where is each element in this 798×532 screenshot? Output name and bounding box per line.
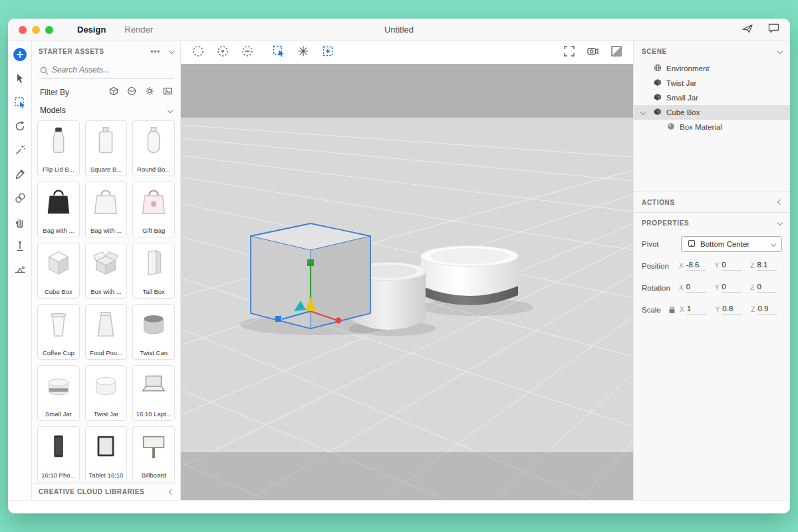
position-label: Position [642, 262, 678, 270]
asset-bag-dark[interactable]: Bag with ... [37, 182, 80, 237]
scene-item-cube-box[interactable]: Cube Box [634, 105, 790, 120]
gizmo-y-handle[interactable] [307, 259, 314, 266]
asset-bag-white[interactable]: Bag with ... [85, 182, 128, 237]
scale-row: Scale X Y Z [634, 299, 790, 321]
asset-twist-can[interactable]: Twist Can [132, 304, 175, 360]
canvas-area [181, 41, 633, 500]
minimize-window-button[interactable] [32, 26, 40, 34]
assets-more-menu-icon[interactable]: ••• [150, 47, 160, 55]
pan-tool-icon[interactable] [13, 215, 27, 229]
filter-row: Filter By [32, 82, 180, 101]
twist-jar-object[interactable] [421, 246, 518, 306]
tab-design[interactable]: Design [77, 25, 106, 35]
position-row: Position X Y Z [634, 255, 790, 277]
scale-label: Scale [642, 306, 668, 314]
filter-materials-icon[interactable] [127, 86, 136, 98]
add-content-button[interactable] [13, 47, 27, 62]
rotation-y-input[interactable] [722, 283, 741, 293]
asset-coffee-cup[interactable]: Coffee Cup [37, 304, 80, 360]
snap-icon[interactable] [297, 45, 310, 61]
scene-item-box-material[interactable]: Box Material [634, 120, 790, 134]
fit-view-icon[interactable] [563, 45, 575, 60]
actions-collapse-chevron-icon[interactable] [777, 200, 783, 205]
starter-assets-header: STARTER ASSETS ••• [32, 41, 180, 61]
scale-y-input[interactable] [722, 305, 742, 315]
position-x-input[interactable] [686, 261, 706, 271]
asset-grid: Flip Lid B... Square B... Round Bo... Ba… [32, 118, 180, 483]
scene-item-small-jar[interactable]: Small Jar [634, 90, 790, 105]
render-preview-icon[interactable] [610, 45, 622, 60]
pivot-row: Pivot Bottom Center [634, 233, 790, 255]
window-controls [19, 26, 53, 34]
search-input[interactable] [39, 63, 174, 79]
magic-wand-tool-icon[interactable] [13, 143, 27, 158]
libraries-collapse-chevron-icon[interactable] [169, 489, 174, 494]
flip-lid-bottle-thumbnail [43, 125, 74, 158]
asset-round-bottle[interactable]: Round Bo... [132, 120, 175, 176]
asset-flip-lid-bottle[interactable]: Flip Lid B... [37, 120, 80, 176]
dolly-camera-icon[interactable] [241, 45, 254, 61]
sampler-tool-icon[interactable] [13, 191, 27, 205]
scale-x-input[interactable] [687, 305, 707, 315]
tall-box-thumbnail [138, 247, 169, 281]
asset-tablet-16-10[interactable]: Tablet 16:10 [85, 426, 128, 482]
rotation-z-input[interactable] [757, 283, 777, 293]
properties-sidebar: SCENE Environment Twist Jar Small Jar [633, 41, 790, 500]
frame-selection-icon[interactable] [321, 45, 334, 61]
creative-cloud-libraries-header[interactable]: CREATIVE CLOUD LIBRARIES [32, 483, 180, 500]
expand-chevron-icon[interactable] [640, 110, 646, 115]
scene-item-twist-jar[interactable]: Twist Jar [634, 76, 790, 90]
asset-laptop-16-10[interactable]: 16:10 Lapt... [132, 365, 175, 421]
zoom-window-button[interactable] [45, 26, 53, 34]
publish-icon[interactable] [741, 23, 753, 37]
asset-twist-jar[interactable]: Twist Jar [85, 365, 128, 421]
asset-gift-bag[interactable]: Gift Bag [132, 182, 175, 237]
dolly-tool-icon[interactable] [13, 239, 27, 253]
properties-header[interactable]: PROPERTIES [634, 213, 790, 233]
filter-images-icon[interactable] [163, 86, 172, 98]
properties-collapse-chevron-icon[interactable] [777, 220, 783, 225]
eyedropper-tool-icon[interactable] [13, 167, 27, 182]
rotation-x-input[interactable] [686, 283, 706, 293]
orbit-tool-icon[interactable] [13, 119, 27, 134]
horizon-tool-icon[interactable] [13, 263, 27, 277]
scene-header[interactable]: SCENE [634, 41, 790, 61]
camera-bookmarks-icon[interactable] [587, 45, 599, 60]
scene-collapse-chevron-icon[interactable] [777, 49, 783, 54]
asset-billboard[interactable]: Billboard [132, 426, 175, 482]
scale-lock-icon[interactable] [668, 306, 676, 314]
asset-tall-box[interactable]: Tall Box [132, 243, 175, 299]
asset-small-jar[interactable]: Small Jar [37, 365, 80, 421]
asset-cube-box[interactable]: Cube Box [37, 243, 80, 299]
scale-z-input[interactable] [757, 305, 777, 315]
select-tool-icon[interactable] [13, 71, 27, 86]
asset-phone-16-10[interactable]: 16:10 Pho... [37, 426, 80, 482]
position-y-input[interactable] [722, 261, 741, 271]
position-z-input[interactable] [757, 261, 777, 271]
asset-square-bottle[interactable]: Square B... [85, 120, 128, 176]
region-select-tool-icon[interactable] [13, 95, 27, 110]
close-window-button[interactable] [19, 26, 27, 34]
orbit-camera-icon[interactable] [192, 45, 205, 61]
scene-tree: Environment Twist Jar Small Jar Cube Box [634, 61, 790, 134]
rotation-row: Rotation X Y Z [634, 277, 790, 299]
comments-icon[interactable] [768, 23, 779, 36]
scene-item-environment[interactable]: Environment [634, 61, 790, 76]
tab-render[interactable]: Render [124, 25, 153, 35]
models-collapse-chevron-icon[interactable] [168, 108, 173, 113]
tools-sidebar [8, 41, 32, 500]
assets-collapse-chevron-icon[interactable] [169, 49, 174, 54]
pan-camera-icon[interactable] [216, 45, 229, 61]
gizmo-z-handle[interactable] [275, 316, 281, 322]
viewport-3d[interactable] [181, 64, 633, 500]
asset-food-pouch[interactable]: Food Pou... [85, 304, 128, 360]
filter-models-icon[interactable] [109, 86, 118, 98]
round-bottle-thumbnail [138, 125, 169, 158]
actions-header[interactable]: ACTIONS [634, 192, 790, 212]
models-section-header[interactable]: Models [32, 101, 180, 118]
move-to-ground-icon[interactable] [272, 45, 285, 61]
gizmo-x-handle[interactable] [336, 318, 342, 324]
filter-lights-icon[interactable] [145, 86, 154, 98]
pivot-dropdown[interactable]: Bottom Center [681, 236, 782, 252]
asset-box-with-lid[interactable]: Box with ... [85, 243, 128, 299]
